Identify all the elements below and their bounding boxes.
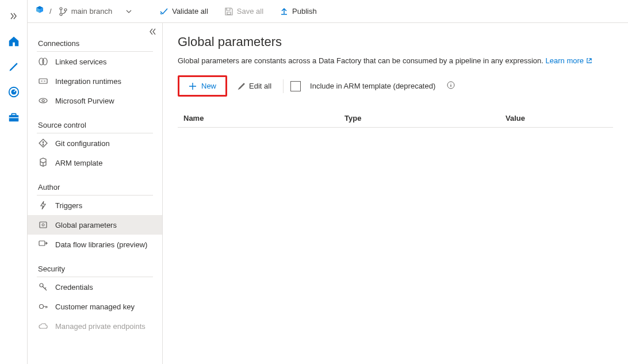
include-arm-label: Include in ARM template (deprecated) bbox=[310, 82, 435, 90]
parameters-table-header: Name Type Value bbox=[178, 109, 613, 128]
svg-point-19 bbox=[40, 305, 44, 309]
chevron-down-icon bbox=[126, 9, 132, 14]
manage-sidepanel: Connections Linked services Integration … bbox=[28, 23, 163, 364]
checkmark-icon bbox=[159, 7, 169, 16]
home-icon bbox=[7, 35, 20, 48]
branch-selector[interactable]: main branch bbox=[56, 7, 135, 16]
sidebar-item-git-configuration[interactable]: Git configuration bbox=[28, 133, 162, 153]
publish-label: Publish bbox=[292, 7, 317, 16]
svg-rect-15 bbox=[40, 222, 47, 228]
section-connections-title: Connections bbox=[28, 29, 162, 51]
sidebar-item-arm-template[interactable]: ARM template bbox=[28, 153, 162, 173]
svg-rect-17 bbox=[39, 241, 45, 246]
purview-icon bbox=[38, 95, 48, 106]
save-icon bbox=[224, 7, 233, 16]
svg-point-16 bbox=[42, 224, 44, 226]
chevron-right-double-icon bbox=[10, 12, 18, 20]
nav-author[interactable] bbox=[2, 55, 25, 78]
svg-point-12 bbox=[42, 99, 44, 102]
nav-manage[interactable] bbox=[2, 106, 25, 129]
svg-point-7 bbox=[64, 9, 67, 11]
validate-all-button[interactable]: Validate all bbox=[154, 0, 214, 22]
sidebar-item-label: Customer managed key bbox=[55, 302, 135, 311]
key-icon bbox=[38, 301, 48, 312]
datafactory-icon bbox=[35, 5, 45, 17]
external-link-icon bbox=[586, 58, 592, 64]
content-area: Global parameters Global parameters are … bbox=[163, 23, 628, 364]
page-title: Global parameters bbox=[178, 35, 613, 49]
sidebar-item-label: Microsoft Purview bbox=[55, 97, 114, 105]
page-description: Global parameters are constants across a… bbox=[178, 56, 613, 65]
chevron-left-double-icon bbox=[148, 28, 156, 36]
svg-rect-3 bbox=[12, 114, 16, 116]
svg-rect-4 bbox=[9, 117, 18, 118]
nav-monitor[interactable] bbox=[2, 81, 25, 104]
sidebar-item-label: Git configuration bbox=[55, 139, 110, 148]
info-icon[interactable] bbox=[447, 81, 455, 91]
save-all-button[interactable]: Save all bbox=[219, 0, 269, 22]
page-description-text: Global parameters are constants across a… bbox=[178, 56, 543, 65]
vertical-divider bbox=[283, 79, 284, 93]
linked-services-icon bbox=[38, 56, 48, 67]
integration-runtimes-icon bbox=[38, 76, 48, 86]
collapse-panel-button[interactable] bbox=[148, 28, 156, 37]
sidebar-item-label: Integration runtimes bbox=[55, 77, 121, 86]
publish-icon bbox=[279, 7, 289, 16]
new-button-label: New bbox=[201, 82, 216, 90]
sidebar-item-label: ARM template bbox=[55, 159, 102, 167]
git-branch-icon bbox=[59, 7, 68, 16]
include-arm-checkbox[interactable] bbox=[290, 81, 301, 91]
plus-icon bbox=[189, 82, 197, 90]
new-button-highlight: New bbox=[178, 75, 227, 97]
sidebar-item-linked-services[interactable]: Linked services bbox=[28, 52, 162, 71]
sidebar-item-label: Credentials bbox=[55, 283, 93, 292]
svg-rect-10 bbox=[39, 79, 47, 83]
breadcrumb-separator: / bbox=[49, 7, 52, 16]
learn-more-label: Learn more bbox=[546, 56, 584, 65]
validate-all-label: Validate all bbox=[172, 7, 208, 16]
global-parameters-icon bbox=[38, 220, 48, 230]
nav-home[interactable] bbox=[2, 30, 25, 53]
section-source-control-title: Source control bbox=[28, 110, 162, 133]
edit-all-button[interactable]: Edit all bbox=[233, 79, 276, 93]
learn-more-link[interactable]: Learn more bbox=[546, 56, 592, 65]
save-all-label: Save all bbox=[237, 7, 263, 16]
sidebar-item-label: Managed private endpoints bbox=[55, 322, 145, 331]
svg-point-6 bbox=[60, 13, 62, 16]
arm-template-icon bbox=[38, 158, 48, 168]
git-icon bbox=[38, 138, 48, 148]
sidebar-item-label: Global parameters bbox=[55, 221, 117, 229]
left-nav-rail bbox=[0, 0, 28, 364]
sidebar-item-microsoft-purview[interactable]: Microsoft Purview bbox=[28, 91, 162, 110]
sidebar-item-global-parameters[interactable]: Global parameters bbox=[28, 215, 162, 235]
section-author-title: Author bbox=[28, 173, 162, 195]
sidebar-item-label: Data flow libraries (preview) bbox=[55, 240, 147, 249]
pencil-icon bbox=[8, 61, 20, 72]
data-flow-icon bbox=[38, 239, 48, 250]
action-row: New Edit all Include in ARM template (de… bbox=[178, 75, 613, 97]
svg-point-14 bbox=[43, 144, 44, 146]
svg-point-9 bbox=[43, 58, 47, 65]
column-type[interactable]: Type bbox=[344, 114, 506, 122]
new-button[interactable]: New bbox=[183, 79, 222, 93]
sidebar-item-managed-private-endpoints[interactable]: Managed private endpoints bbox=[28, 316, 162, 336]
sidebar-item-triggers[interactable]: Triggers bbox=[28, 196, 162, 215]
trigger-icon bbox=[38, 200, 48, 210]
column-name[interactable]: Name bbox=[183, 114, 344, 122]
branch-label: main branch bbox=[71, 7, 113, 16]
top-toolbar: / main branch Validate all Save all Publ… bbox=[28, 0, 628, 23]
sidebar-item-customer-managed-key[interactable]: Customer managed key bbox=[28, 297, 162, 316]
sidebar-item-credentials[interactable]: Credentials bbox=[28, 277, 162, 297]
column-value[interactable]: Value bbox=[506, 114, 607, 122]
edit-all-label: Edit all bbox=[249, 82, 271, 90]
pencil-icon bbox=[238, 82, 246, 90]
svg-point-11 bbox=[39, 98, 47, 103]
gauge-icon bbox=[7, 86, 20, 98]
svg-point-13 bbox=[43, 141, 44, 143]
expand-rail-button[interactable] bbox=[2, 5, 25, 28]
sidebar-item-label: Triggers bbox=[55, 201, 82, 210]
publish-button[interactable]: Publish bbox=[274, 0, 323, 22]
svg-point-5 bbox=[60, 7, 62, 10]
sidebar-item-integration-runtimes[interactable]: Integration runtimes bbox=[28, 71, 162, 91]
sidebar-item-data-flow-libraries[interactable]: Data flow libraries (preview) bbox=[28, 235, 162, 254]
